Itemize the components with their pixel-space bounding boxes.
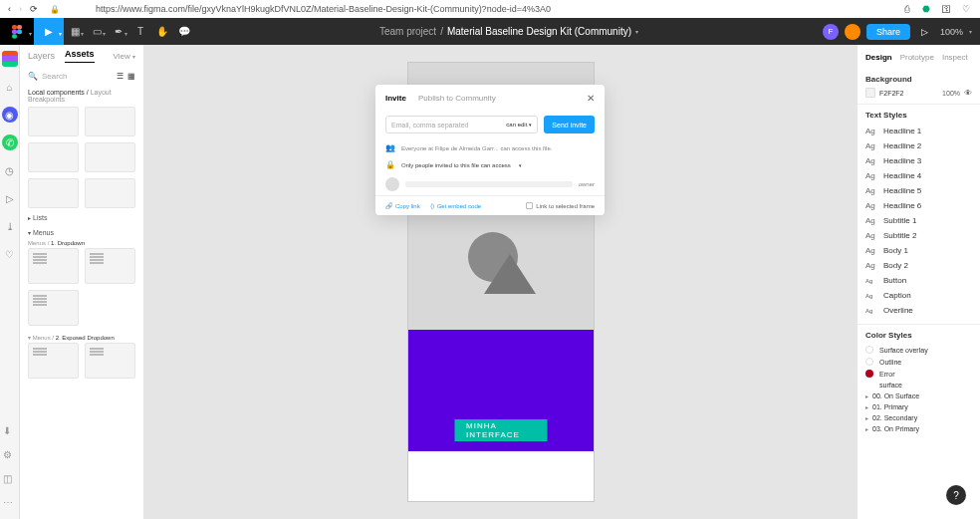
close-icon[interactable]: ✕ bbox=[587, 93, 595, 104]
modal-backdrop: Invite Publish to Community ✕ Email, com… bbox=[0, 0, 980, 519]
user-avatar bbox=[385, 177, 399, 191]
permission-select[interactable]: can edit ▾ bbox=[506, 122, 532, 128]
checkbox[interactable] bbox=[526, 202, 533, 209]
link-frame-label: Link to selected frame bbox=[536, 203, 595, 209]
user-role: owner bbox=[579, 181, 595, 187]
file-access-text: Only people invited to this file can acc… bbox=[401, 162, 511, 168]
link-frame-checkbox[interactable]: Link to selected frame bbox=[526, 202, 595, 209]
lock-icon: 🔒 bbox=[385, 160, 395, 169]
user-name-redacted bbox=[405, 181, 573, 187]
user-row: owner bbox=[375, 173, 605, 195]
code-icon: ⟨⟩ bbox=[430, 202, 434, 209]
chevron-down-icon[interactable]: ▾ bbox=[519, 162, 522, 168]
org-access-text: Everyone at Filipe de Almeida Garr... ca… bbox=[401, 145, 552, 151]
embed-button[interactable]: ⟨⟩Get embed code bbox=[430, 202, 481, 209]
share-modal: Invite Publish to Community ✕ Email, com… bbox=[375, 85, 605, 215]
send-invite-button[interactable]: Send invite bbox=[544, 116, 595, 133]
link-icon: 🔗 bbox=[385, 202, 392, 209]
people-icon: 👥 bbox=[385, 143, 395, 152]
modal-footer: 🔗Copy link ⟨⟩Get embed code Link to sele… bbox=[375, 195, 605, 215]
modal-tab-invite[interactable]: Invite bbox=[385, 94, 406, 103]
help-button[interactable]: ? bbox=[946, 485, 966, 505]
invite-row: Email, comma separated can edit ▾ Send i… bbox=[375, 110, 605, 139]
email-input[interactable]: Email, comma separated can edit ▾ bbox=[385, 116, 538, 133]
org-access-row: 👥 Everyone at Filipe de Almeida Garr... … bbox=[375, 139, 605, 156]
email-placeholder: Email, comma separated bbox=[391, 122, 468, 129]
modal-tab-publish[interactable]: Publish to Community bbox=[418, 94, 496, 103]
copy-link-button[interactable]: 🔗Copy link bbox=[385, 202, 420, 209]
modal-header: Invite Publish to Community ✕ bbox=[375, 85, 605, 110]
file-access-row[interactable]: 🔒 Only people invited to this file can a… bbox=[375, 156, 605, 173]
